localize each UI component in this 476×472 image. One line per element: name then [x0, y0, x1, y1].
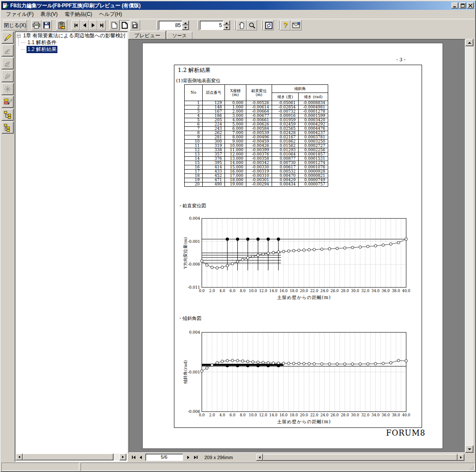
scroll-right-button[interactable] — [120, 454, 126, 460]
svg-text:18.0: 18.0 — [290, 289, 298, 293]
svg-text:26.0: 26.0 — [331, 413, 339, 417]
scroll-left-button[interactable] — [256, 454, 263, 461]
content-frame: 1.2 解析結果 (1)背面側地表面変位 No 節点番号 X座標 (m) — [174, 65, 422, 428]
scroll-up-button[interactable] — [465, 39, 473, 46]
scroll-right-button[interactable] — [458, 454, 464, 461]
scroll-thumb[interactable] — [23, 454, 114, 460]
result-table-body: 11290.000-0.00526-0.05061-0.000883421481… — [185, 101, 328, 187]
tree-root-row[interactable]: 1章 有限要素法による周辺地盤への影響検討 — [15, 32, 127, 39]
edit-attributes-button[interactable] — [2, 96, 14, 108]
svg-text:6.0: 6.0 — [230, 413, 236, 417]
tree-item-analysis-conditions[interactable]: 1.1 解析条件 — [15, 39, 127, 46]
table-row: 2049019.000-0.002940.004340.0000757 — [185, 182, 328, 187]
next-page-button[interactable] — [89, 20, 97, 30]
tree-item-analysis-results[interactable]: 1.2 解析結果 — [15, 46, 127, 53]
goto-next-page-button[interactable] — [185, 454, 192, 461]
zoom-spinner — [159, 21, 189, 30]
fit-page-view-button[interactable] — [120, 20, 130, 30]
svg-text:0.0: 0.0 — [199, 413, 205, 417]
zoom-input[interactable] — [159, 21, 182, 30]
preview-area[interactable]: - 3 - 1.2 解析結果 (1)背面側地表面変位 No 節点番号 — [129, 39, 465, 453]
cascade-icon — [3, 46, 12, 55]
svg-text:-0.001: -0.001 — [188, 370, 200, 374]
single-page-view-button[interactable] — [109, 20, 120, 30]
chart1-title: ・鉛直変位図 — [178, 203, 206, 209]
svg-text:8.0: 8.0 — [240, 413, 246, 417]
table-row: 1845217.000-0.003100.004700.0000821 — [185, 174, 328, 178]
page-border-icon — [122, 22, 128, 29]
scroll-left-button[interactable] — [16, 454, 23, 460]
svg-text:38.0: 38.0 — [392, 413, 400, 417]
side-toolbar — [1, 31, 15, 463]
footer-logo: FORUM8 — [386, 428, 425, 437]
menu-help[interactable]: ヘルプ(H) — [96, 10, 125, 19]
resize-grip[interactable] — [469, 465, 475, 471]
svg-text:36.0: 36.0 — [382, 289, 390, 293]
floppy-icon — [43, 22, 50, 29]
zoom-down-button[interactable] — [182, 25, 189, 30]
zoom-tool-button[interactable] — [247, 20, 257, 30]
preview-vertical-scrollbar[interactable] — [465, 39, 473, 453]
last-page-button[interactable] — [97, 20, 106, 30]
svg-text:傾斜角(rad): 傾斜角(rad) — [183, 360, 188, 384]
fit-window-button[interactable] — [263, 20, 274, 30]
collapse-icon[interactable] — [17, 34, 21, 38]
page-down-button[interactable] — [223, 25, 230, 30]
first-page-button[interactable] — [72, 20, 80, 30]
help-button[interactable]: ? — [280, 20, 290, 30]
envelope-icon — [292, 22, 300, 28]
svg-text:12.0: 12.0 — [259, 289, 267, 293]
svg-text:Y方向変位量(m): Y方向変位量(m) — [183, 237, 188, 269]
prev-page-icon — [83, 23, 86, 27]
page-indicator[interactable]: 5/6 — [145, 454, 183, 461]
print-button[interactable] — [31, 20, 42, 30]
selected-tree-item[interactable]: 1.2 解析結果 — [27, 46, 57, 53]
goto-last-page-button[interactable] — [192, 454, 199, 461]
tab-source[interactable]: ソース — [167, 32, 192, 39]
close-button[interactable] — [467, 3, 474, 9]
maximize-button[interactable] — [459, 3, 466, 9]
zoom-up-button[interactable] — [182, 21, 189, 25]
menu-file[interactable]: ファイル(F) — [3, 10, 36, 19]
clipboard-icon — [58, 22, 66, 29]
vertical-displacement-chart: 0.004-0.001-0.006-0.0110.02.04.06.08.010… — [182, 211, 416, 303]
edit-pen-button[interactable] — [2, 32, 14, 44]
tree-root-label[interactable]: 1章 有限要素法による周辺地盤への影響検討 — [22, 32, 126, 39]
table-row: 62245.000-0.006260.024590.0004292 — [185, 122, 328, 127]
svg-text:34.0: 34.0 — [371, 289, 380, 293]
svg-text:22.0: 22.0 — [310, 413, 318, 417]
minimize-button[interactable] — [452, 3, 458, 9]
prev-page-button[interactable] — [80, 20, 89, 30]
tree-horizontal-scrollbar[interactable] — [16, 454, 126, 460]
magnifier-icon — [248, 22, 256, 29]
cascade2-button-disabled — [2, 57, 14, 69]
scroll-down-button[interactable] — [465, 445, 473, 453]
statusbar — [1, 463, 475, 471]
scroll-thumb[interactable] — [263, 454, 458, 461]
save-button[interactable] — [42, 20, 52, 30]
preview-horizontal-scrollbar[interactable] — [256, 454, 464, 461]
menu-view[interactable]: 表示(V) — [37, 10, 60, 19]
result-table: No 節点番号 X座標 (m) 鉛直変位 (m) 傾斜角 傾き (度) 傾き (… — [184, 84, 328, 187]
tree-vertical-button[interactable] — [2, 122, 14, 134]
width-page-view-button[interactable] — [130, 20, 140, 30]
pan-tool-button[interactable] — [237, 20, 247, 30]
svg-text:18.0: 18.0 — [290, 413, 298, 417]
goto-first-page-button[interactable] — [130, 454, 137, 461]
menu-delivery[interactable]: 電子納品(C) — [61, 10, 95, 19]
preview-bottom-bar: 5/6 209 x 296mm — [129, 453, 465, 462]
goto-prev-page-button[interactable] — [137, 454, 144, 461]
delivery-output-button[interactable] — [56, 20, 67, 30]
page-input[interactable] — [200, 21, 223, 30]
page-up-button[interactable] — [223, 21, 230, 25]
mail-button[interactable] — [290, 20, 302, 30]
help-icon: ? — [283, 21, 287, 29]
stamp-icon — [3, 72, 12, 81]
tree-horizontal-button[interactable] — [2, 109, 14, 121]
close-preview-button[interactable]: 閉じる(X) — [3, 20, 27, 30]
svg-text:36.0: 36.0 — [382, 413, 390, 417]
stamp-button-disabled — [2, 70, 14, 82]
table-row: 52054.000-0.006610.019590.0003420 — [185, 118, 328, 122]
tab-preview[interactable]: プレビュー — [129, 31, 166, 39]
toolbar: 閉じる(X) — [1, 19, 475, 31]
